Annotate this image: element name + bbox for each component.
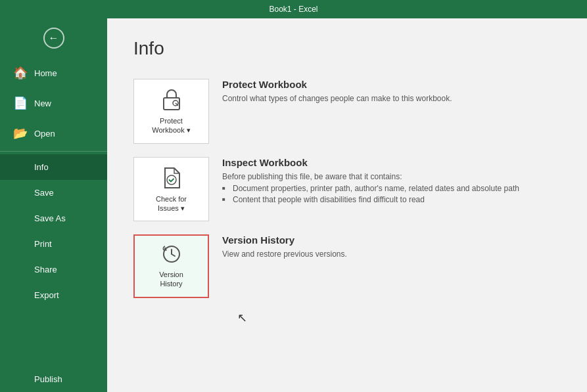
sidebar-item-save[interactable]: Save <box>0 180 107 206</box>
inspect-workbook-title: Inspect Workbook <box>222 157 519 168</box>
protect-workbook-section: ProtectWorkbook ▾ Protect Workbook Contr… <box>133 79 561 144</box>
sidebar-item-open[interactable]: 📂 Open <box>0 118 107 148</box>
open-icon: 📂 <box>13 126 26 141</box>
check-issues-btn-label: Check forIssues ▾ <box>156 194 187 213</box>
check-issues-info: Inspect Workbook Before publishing this … <box>222 157 519 206</box>
page-title: Info <box>133 38 561 59</box>
sidebar-label-print: Print <box>34 239 52 249</box>
sidebar-label-open: Open <box>34 129 55 139</box>
sidebar-label-new: New <box>34 98 51 108</box>
version-history-button[interactable]: VersionHistory <box>133 234 209 298</box>
sidebar-label-home: Home <box>34 68 57 78</box>
title-text: Book1 - Excel <box>269 5 317 14</box>
back-circle-icon: ← <box>43 28 64 49</box>
protect-workbook-btn-label: ProtectWorkbook ▾ <box>152 116 190 135</box>
inspect-workbook-desc: Before publishing this file, be aware th… <box>222 172 519 181</box>
protect-workbook-button[interactable]: ProtectWorkbook ▾ <box>133 79 209 144</box>
svg-rect-0 <box>164 98 179 110</box>
sidebar-label-share: Share <box>34 265 57 274</box>
sidebar-item-share[interactable]: Share <box>0 257 107 282</box>
sidebar-label-publish: Publish <box>34 374 62 384</box>
sidebar-label-export: Export <box>34 290 59 300</box>
sidebar-label-save: Save <box>34 188 54 198</box>
home-icon: 🏠 <box>13 66 26 80</box>
sidebar-item-home[interactable]: 🏠 Home <box>0 58 107 88</box>
protect-workbook-info: Protect Workbook Control what types of c… <box>222 79 452 106</box>
check-document-icon <box>161 165 182 189</box>
protect-workbook-title: Protect Workbook <box>222 79 452 90</box>
inspect-bullet-2: Content that people with disabilities fi… <box>222 195 519 204</box>
sidebar-item-export[interactable]: Export <box>0 282 107 308</box>
mouse-cursor: ↖ <box>237 311 247 325</box>
sidebar-label-save-as: Save As <box>34 213 66 223</box>
sidebar-item-info[interactable]: Info <box>0 154 107 180</box>
protect-workbook-desc: Control what types of changes people can… <box>222 94 452 103</box>
lock-icon <box>161 87 182 111</box>
version-history-section: VersionHistory Version History View and … <box>133 234 561 298</box>
check-issues-button[interactable]: Check forIssues ▾ <box>133 157 209 222</box>
sidebar-item-save-as[interactable]: Save As <box>0 206 107 231</box>
back-button[interactable]: ← <box>0 18 107 58</box>
version-history-title: Version History <box>222 234 347 246</box>
sidebar-divider <box>0 151 107 152</box>
sidebar-item-new[interactable]: 📄 New <box>0 88 107 118</box>
check-issues-section: Check forIssues ▾ Inspect Workbook Befor… <box>133 157 561 222</box>
sidebar: ← 🏠 Home 📄 New 📂 Open Info Save Save As <box>0 18 107 392</box>
version-history-btn-label: VersionHistory <box>159 270 183 289</box>
version-history-info: Version History View and restore previou… <box>222 234 347 261</box>
title-bar: Book1 - Excel <box>0 0 587 18</box>
clock-history-icon <box>161 244 182 265</box>
inspect-bullet-1: Document properties, printer path, autho… <box>222 184 519 193</box>
version-history-desc: View and restore previous versions. <box>222 250 347 259</box>
new-icon: 📄 <box>13 96 26 110</box>
sidebar-item-print[interactable]: Print <box>0 231 107 257</box>
content-area: Info ProtectWorkbook ▾ Protect Workbook … <box>107 18 587 392</box>
inspect-workbook-bullets: Document properties, printer path, autho… <box>222 184 519 204</box>
sidebar-item-publish[interactable]: Publish <box>0 366 107 392</box>
sidebar-label-info: Info <box>34 162 49 172</box>
